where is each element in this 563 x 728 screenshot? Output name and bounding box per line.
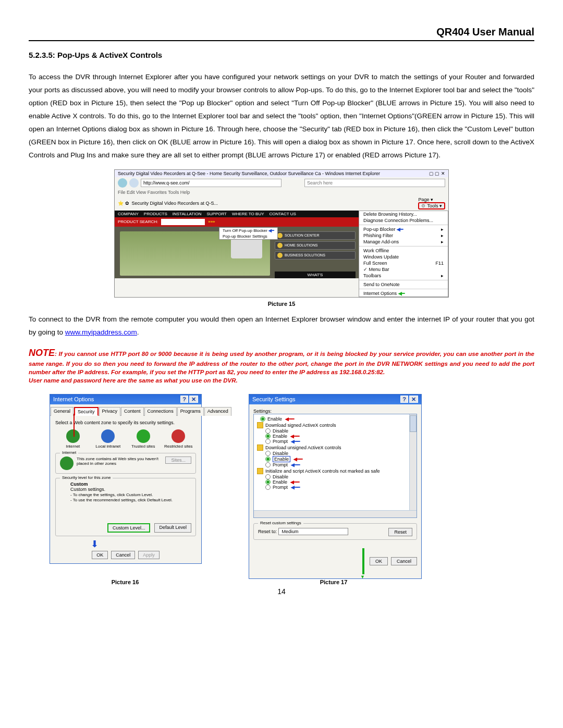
nav-contact[interactable]: CONTACT US — [270, 212, 296, 216]
zone-restricted[interactable]: Restricted sites — [164, 429, 193, 449]
doc-title: QR404 User Manual — [29, 26, 534, 41]
activex-icon — [257, 445, 263, 451]
product-search-label: PRODUCT SEARCH: — [118, 219, 158, 224]
gear-icon: ⚙ — [421, 203, 425, 208]
ie-titlebar: Security Digital Video Recorders at Q-Se… — [115, 170, 448, 177]
zone-desc: Internet Sites... This zone contains all… — [55, 453, 196, 474]
zone-trusted[interactable]: Trusted sites — [129, 429, 157, 449]
nav-support[interactable]: SUPPORT — [206, 212, 227, 216]
caption-16: Picture 16 — [50, 579, 201, 585]
dd-phishing[interactable]: Phishing Filter▸ — [359, 232, 448, 239]
zone-internet[interactable]: Internet — [58, 429, 87, 449]
back-button[interactable] — [118, 178, 127, 188]
page-menu[interactable]: Page ▾ — [418, 197, 433, 202]
radio-prompt-1[interactable] — [265, 439, 271, 444]
turn-off-popup[interactable]: Turn Off Pop-up Blocker — [223, 228, 267, 233]
settings-label: Settings: — [253, 409, 417, 414]
paragraph-2: To connect to the DVR from the remote co… — [29, 313, 534, 339]
settings-list[interactable]: Enable◀━━ Download signed ActiveX contro… — [253, 414, 417, 518]
radio-enable-1[interactable] — [265, 434, 271, 439]
radio-prompt-3[interactable] — [265, 485, 271, 490]
product-search-input[interactable] — [161, 219, 205, 225]
whats-bar: WHAT'S — [275, 272, 356, 278]
radio-enable-3[interactable] — [265, 479, 271, 485]
radio-enable-2[interactable] — [265, 456, 271, 462]
caption-17: Picture 17 — [248, 579, 420, 585]
dd-fullscreen[interactable]: Full ScreenF11 — [359, 260, 448, 266]
reset-select[interactable]: Medium — [278, 528, 348, 535]
reset-to-label: Reset to: — [258, 529, 277, 534]
ie-title: Security Digital Video Recorders at Q-Se… — [118, 171, 380, 176]
nav-company[interactable]: COMPANY — [118, 212, 139, 216]
dd-onenote[interactable]: Send to OneNote — [359, 281, 448, 288]
radio-enable-0[interactable] — [260, 416, 265, 422]
ok-button[interactable]: OK — [92, 551, 108, 559]
menubar[interactable]: File Edit View Favorites Tools Help — [115, 189, 448, 196]
zone-intranet[interactable]: Local intranet — [94, 429, 123, 449]
tab-label: Security Digital Video Recorders at Q-S.… — [132, 201, 218, 206]
globe-icon — [60, 456, 74, 470]
tab-security[interactable]: Security — [74, 407, 99, 416]
business-solutions-btn[interactable]: BUSINESS SOLUTIONS — [275, 251, 356, 260]
dd-toolbars[interactable]: Toolbars▸ — [359, 273, 448, 279]
reset-fieldset: Reset custom settings Reset to: Medium R… — [253, 523, 417, 540]
radio-disable-2[interactable] — [265, 451, 271, 456]
nav-install[interactable]: INSTALLATION — [173, 212, 202, 216]
dialog-controls[interactable]: ?✕ — [179, 396, 198, 403]
popup-settings[interactable]: Pop-up Blocker Settings — [219, 233, 277, 239]
tab-connections[interactable]: Connections — [144, 407, 177, 416]
dialog-controls-17[interactable]: ?✕ — [399, 396, 418, 403]
tab-advanced[interactable]: Advanced — [204, 407, 231, 416]
tab-general[interactable]: General — [51, 407, 74, 416]
custom-level-button[interactable]: Custom Level... — [107, 523, 151, 533]
tools-dropdown[interactable]: Delete Browsing History... Diagnose Conn… — [359, 211, 448, 297]
activex-icon — [257, 422, 263, 428]
home-solutions-btn[interactable]: HOME SOLUTIONS — [275, 241, 356, 250]
nav-products[interactable]: PRODUCTS — [144, 212, 167, 216]
note-block: NOTE: If you cannot use HTTP port 80 or … — [29, 347, 534, 385]
tab-content[interactable]: Content — [121, 407, 144, 416]
dd-diagnose[interactable]: Diagnose Connection Problems... — [359, 217, 448, 224]
solution-center-btn[interactable]: SOLUTION CENTER — [275, 231, 356, 240]
scrollbar-v[interactable] — [409, 414, 417, 510]
blue-arrow-icon: ⬇ — [91, 541, 201, 547]
tab-privacy[interactable]: Privacy — [99, 407, 121, 416]
window-controls[interactable]: ▢ ▢ ✕ — [429, 171, 445, 176]
page-tab[interactable]: ⭐ ✿ Security Digital Video Recorders at … — [118, 201, 218, 206]
zone-hint: Select a Web content zone to specify its… — [55, 420, 196, 425]
dd-delete-history[interactable]: Delete Browsing History... — [359, 211, 448, 217]
green-arrow-icon — [362, 548, 364, 574]
search-box[interactable] — [304, 179, 445, 187]
picture-15: Security Digital Video Recorders at Q-Se… — [114, 169, 449, 298]
reset-button[interactable]: Reset — [388, 528, 412, 536]
security-level: Security level for this zone Custom Cust… — [55, 478, 196, 536]
sites-button[interactable]: Sites... — [165, 456, 191, 464]
scrollbar-h[interactable] — [254, 510, 417, 517]
dd-offline[interactable]: Work Offline — [359, 248, 448, 254]
dd-inetopt[interactable]: Internet Options ◀━ — [359, 290, 448, 297]
dd-addons[interactable]: Manage Add-ons▸ — [359, 239, 448, 245]
nav-where[interactable]: WHERE TO BUY — [232, 212, 264, 216]
tools-menu[interactable]: ⚙Tools ▾ — [418, 202, 445, 209]
default-level-button[interactable]: Default Level — [154, 523, 191, 533]
cancel-button[interactable]: Cancel — [111, 551, 135, 559]
ok-button-17[interactable]: OK — [370, 557, 388, 565]
picture-16: Internet Options ?✕ General Security Pri… — [50, 394, 202, 564]
radio-disable-1[interactable] — [265, 428, 271, 434]
webpage-content: COMPANY PRODUCTS INSTALLATION SUPPORT WH… — [115, 211, 359, 278]
note-lead: NOTE — [29, 348, 55, 358]
dd-winupdate[interactable]: Windows Update — [359, 254, 448, 260]
tab-programs[interactable]: Programs — [177, 407, 204, 416]
cancel-button-17[interactable]: Cancel — [391, 557, 417, 565]
address-bar[interactable] — [141, 179, 282, 187]
dd-menubar[interactable]: ✓ Menu Bar — [359, 266, 448, 273]
dd-popup-blocker[interactable]: Pop-up Blocker ◀━▸ — [359, 226, 448, 232]
popup-submenu[interactable]: Turn Off Pop-up Blocker ◀━ Pop-up Blocke… — [219, 227, 278, 240]
radio-disable-3[interactable] — [265, 474, 271, 479]
paragraph-1: To access the DVR through Internet Explo… — [29, 71, 534, 162]
forward-button[interactable] — [129, 178, 139, 188]
radio-prompt-2[interactable] — [265, 462, 271, 467]
apply-button[interactable]: Apply — [138, 551, 160, 559]
myip-link[interactable]: www.myipaddress.com — [65, 328, 137, 336]
inetopt-tabs[interactable]: General Security Privacy Content Connect… — [50, 404, 201, 416]
